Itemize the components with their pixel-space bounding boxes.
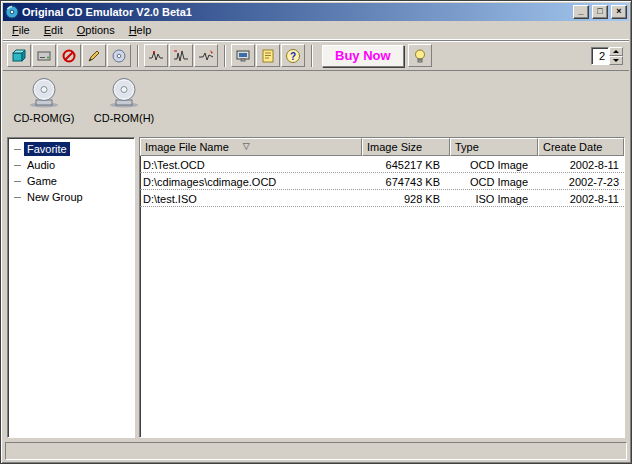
- up-arrow-icon: [613, 50, 619, 53]
- tree-item-audio[interactable]: Audio: [10, 157, 134, 173]
- header-col-date[interactable]: Create Date: [538, 138, 624, 156]
- drive-item-g[interactable]: CD-ROM(G): [13, 77, 75, 124]
- drive-label: CD-ROM(G): [13, 112, 74, 124]
- titlebar: Original CD Emulator V2.0 Beta1 _ □ ×: [3, 3, 629, 21]
- table-row[interactable]: D:\test.ISO 928 KB ISO Image 2002-8-11: [140, 190, 624, 207]
- toolbar-separator: [311, 45, 313, 67]
- table-row[interactable]: D:\Test.OCD 645217 KB OCD Image 2002-8-1…: [140, 156, 624, 173]
- menu-item-options[interactable]: Options: [70, 22, 122, 38]
- group-list: Favorite Audio Game New Group: [7, 137, 135, 438]
- svg-text:?: ?: [290, 51, 296, 62]
- tree-connector: [14, 197, 21, 198]
- waveform-icon-2: [173, 48, 189, 64]
- notepad-icon: [260, 48, 276, 64]
- menu-item-edit[interactable]: Edit: [37, 22, 70, 38]
- menu-item-help[interactable]: Help: [122, 22, 159, 38]
- tree-connector: [14, 165, 21, 166]
- waveform-icon-3: [198, 48, 214, 64]
- drive-box-icon: [36, 48, 52, 64]
- pencil-icon: [86, 48, 102, 64]
- window-title: Original CD Emulator V2.0 Beta1: [22, 6, 570, 18]
- disc-info-button[interactable]: [107, 44, 131, 67]
- close-button[interactable]: ×: [611, 5, 627, 19]
- stop-button[interactable]: [57, 44, 81, 67]
- header-label: Image File Name: [145, 141, 229, 153]
- toolbar-separator: [224, 45, 226, 67]
- app-window: Original CD Emulator V2.0 Beta1 _ □ × Fi…: [0, 0, 632, 464]
- device-properties-button[interactable]: [32, 44, 56, 67]
- header-col-size[interactable]: Image Size: [362, 138, 450, 156]
- disc-icon: [111, 48, 127, 64]
- buy-now-button[interactable]: Buy Now: [322, 45, 404, 67]
- system-button[interactable]: [231, 44, 255, 67]
- spinner-value[interactable]: 2: [591, 47, 609, 65]
- cell-image-name: D:\cdimages\cdimage.OCD: [140, 175, 362, 188]
- cdrom-drive-icon: [24, 77, 64, 111]
- cdrom-drive-icon: [104, 77, 144, 111]
- header-col-name[interactable]: Image File Name ▽: [140, 138, 362, 156]
- device-strip: CD-ROM(G) CD-ROM(H): [3, 71, 629, 135]
- main-area: Favorite Audio Game New Group Image File…: [7, 137, 625, 438]
- toolbar: ? Buy Now 2: [3, 40, 629, 71]
- cell-image-size: 928 KB: [362, 192, 450, 205]
- cell-image-size: 645217 KB: [362, 158, 450, 171]
- list-header: Image File Name ▽ Image Size Type Create…: [140, 138, 624, 156]
- tree-item-game[interactable]: Game: [10, 173, 134, 189]
- down-arrow-icon: [613, 59, 619, 62]
- cell-create-date: 2002-8-11: [538, 158, 624, 171]
- cell-image-type: OCD Image: [450, 158, 538, 171]
- spinner-down-button[interactable]: [609, 56, 623, 65]
- cell-image-type: ISO Image: [450, 192, 538, 205]
- tree-item-label: New Group: [24, 190, 86, 204]
- app-icon: [5, 5, 19, 19]
- tree-item-new-group[interactable]: New Group: [10, 189, 134, 205]
- lightbulb-icon: [412, 48, 428, 64]
- header-label: Type: [455, 141, 479, 153]
- help-button[interactable]: ?: [281, 44, 305, 67]
- cell-image-name: D:\test.ISO: [140, 192, 362, 205]
- cell-image-size: 674743 KB: [362, 175, 450, 188]
- trace-button-2[interactable]: [169, 44, 193, 67]
- toolbar-separator: [137, 45, 139, 67]
- cell-create-date: 2002-8-11: [538, 192, 624, 205]
- cell-image-name: D:\Test.OCD: [140, 158, 362, 171]
- drive-label: CD-ROM(H): [94, 112, 154, 124]
- tree-item-label: Favorite: [24, 142, 70, 156]
- tip-button[interactable]: [408, 44, 432, 67]
- notes-button[interactable]: [256, 44, 280, 67]
- menubar: File Edit Options Help: [3, 21, 629, 40]
- header-label: Create Date: [543, 141, 602, 153]
- minimize-button[interactable]: _: [573, 5, 589, 19]
- sort-icon: ▽: [243, 141, 250, 151]
- menu-item-file[interactable]: File: [5, 22, 37, 38]
- trace-button-3[interactable]: [194, 44, 218, 67]
- status-bar: [5, 442, 627, 460]
- header-col-type[interactable]: Type: [450, 138, 538, 156]
- image-list: Image File Name ▽ Image Size Type Create…: [139, 137, 625, 438]
- cell-create-date: 2002-7-23: [538, 175, 624, 188]
- drive-count-spinner: 2: [591, 47, 623, 65]
- maximize-button[interactable]: □: [592, 5, 608, 19]
- spinner-up-button[interactable]: [609, 47, 623, 56]
- tree-connector: [14, 181, 21, 182]
- edit-image-button[interactable]: [82, 44, 106, 67]
- virtual-drive-button[interactable]: [7, 44, 31, 67]
- question-icon: ?: [285, 48, 301, 64]
- trace-button-1[interactable]: [144, 44, 168, 67]
- monitor-icon: [235, 48, 251, 64]
- header-label: Image Size: [367, 141, 422, 153]
- cell-image-type: OCD Image: [450, 175, 538, 188]
- tree-connector: [14, 149, 21, 150]
- tree-item-label: Game: [24, 174, 60, 188]
- waveform-icon-1: [148, 48, 164, 64]
- tree-item-label: Audio: [24, 158, 58, 172]
- table-row[interactable]: D:\cdimages\cdimage.OCD 674743 KB OCD Im…: [140, 173, 624, 190]
- cd-cube-icon: [11, 48, 27, 64]
- tree-item-favorite[interactable]: Favorite: [10, 141, 134, 157]
- stop-icon: [61, 48, 77, 64]
- drive-item-h[interactable]: CD-ROM(H): [93, 77, 155, 124]
